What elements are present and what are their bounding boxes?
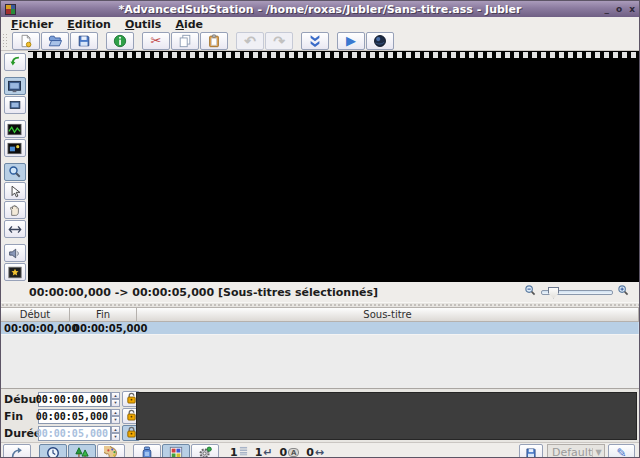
goto-subtitle-button[interactable] <box>3 444 31 458</box>
waveform-zoom-slider[interactable] <box>541 290 613 295</box>
line-count: 1 <box>230 446 248 458</box>
end-spin-down[interactable]: ▼ <box>111 416 120 424</box>
cell-start[interactable]: 00:00:00,000 <box>1 322 70 334</box>
video-small-toggle[interactable] <box>4 96 26 114</box>
duration-time-field[interactable]: 00:00:05,000 <box>38 426 111 441</box>
zoom-out-icon[interactable] <box>524 284 537 300</box>
new-file-button[interactable] <box>12 32 40 50</box>
duration-label: Durée <box>4 427 38 440</box>
titlebar[interactable]: *AdvancedSubStation - /home/roxas/Jubler… <box>1 1 639 17</box>
speaker-icon <box>8 247 21 260</box>
column-header-fin[interactable]: Fin <box>70 308 137 321</box>
menu-fichier[interactable]: Fichier <box>5 18 59 31</box>
double-chevron-down-icon <box>308 34 322 48</box>
end-spin-up[interactable]: ▲ <box>111 409 120 417</box>
attachments-toggle[interactable] <box>133 444 161 458</box>
maximize-button[interactable]: o <box>616 2 622 16</box>
column-header-soustitre[interactable]: Sous-titre <box>137 308 639 321</box>
save-style-button[interactable] <box>519 444 543 458</box>
start-spinner: ▲ ▼ <box>111 392 120 407</box>
zoom-tool-button[interactable] <box>4 163 26 181</box>
preview-button[interactable] <box>366 32 394 50</box>
show-duration-toggle[interactable] <box>39 444 67 458</box>
play-button[interactable]: ▶ <box>337 32 365 50</box>
close-button[interactable]: x <box>629 2 635 16</box>
monitor-icon <box>7 80 22 93</box>
filmstrip-sprockets <box>28 52 639 58</box>
column-header-debut[interactable]: Début <box>1 308 70 321</box>
subtitle-edit-panel: Début 00:00:00,000 ▲ ▼ Fin 00:00:05,000 … <box>1 388 639 442</box>
redo-button[interactable]: ↷ <box>265 32 293 50</box>
edit-style-button[interactable]: ✎ <box>608 444 635 458</box>
style-palette-toggle[interactable] <box>97 444 125 458</box>
select-tool-button[interactable] <box>4 182 26 200</box>
paste-icon <box>207 34 221 48</box>
color-grid-toggle[interactable] <box>162 444 190 458</box>
table-empty-area[interactable] <box>1 335 639 388</box>
paste-button[interactable] <box>200 32 228 50</box>
pencil-icon: ✎ <box>616 447 626 458</box>
window-title: *AdvancedSubStation - /home/roxas/Jubler… <box>1 3 639 16</box>
preview-eye-icon <box>373 34 387 48</box>
video-display[interactable] <box>28 51 639 282</box>
advanced-settings-toggle[interactable] <box>191 444 219 458</box>
subtitle-image-button[interactable] <box>4 263 26 281</box>
save-icon <box>77 34 91 48</box>
curved-arrow-icon <box>10 446 24 458</box>
start-spin-up[interactable]: ▲ <box>111 392 120 400</box>
subtitle-text-editor[interactable] <box>136 392 637 440</box>
monitor-small-icon <box>9 100 21 111</box>
jar-icon <box>141 446 153 458</box>
toolbar-grip[interactable] <box>2 33 9 49</box>
zoom-slider-thumb[interactable] <box>548 287 559 299</box>
bottom-toolbar: 1 1 ↵ 0 A 0 ↔ Default ▼ <box>1 442 639 458</box>
style-selector-dropdown[interactable]: Default ▼ <box>547 444 605 458</box>
start-spin-down[interactable]: ▼ <box>111 399 120 407</box>
waveform-preview-toggle[interactable] <box>4 120 26 138</box>
frame-preview-toggle[interactable] <box>4 139 26 157</box>
star-frame-icon <box>8 266 22 279</box>
copy-button[interactable] <box>171 32 199 50</box>
waveform-icon <box>7 123 22 136</box>
info-button[interactable] <box>106 32 134 50</box>
subtitle-table: Début Fin Sous-titre 00:00:00,000 00:00:… <box>1 307 639 388</box>
newline-icon: ↵ <box>263 447 272 458</box>
menu-aide[interactable]: Aide <box>169 18 209 31</box>
duration-spin-down[interactable]: ▼ <box>111 433 120 441</box>
minimize-button[interactable]: _ <box>605 2 610 16</box>
palette-icon <box>104 446 118 458</box>
frame-grab-button[interactable] <box>4 53 26 71</box>
time-status-bar: 00:00:00,000 -> 00:00:05,000 [Sous-titre… <box>1 282 639 302</box>
zoom-in-icon[interactable] <box>617 284 630 300</box>
save-file-button[interactable] <box>70 32 98 50</box>
insert-subtitle-button[interactable] <box>301 32 329 50</box>
end-time-field[interactable]: 00:00:05,000 <box>38 409 111 424</box>
gear-icon <box>198 446 212 458</box>
pan-tool-button[interactable] <box>4 201 26 219</box>
video-preview-toggle[interactable] <box>4 77 26 95</box>
cps-count: 0 ↔ <box>306 446 324 458</box>
duration-spin-up[interactable]: ▲ <box>111 426 120 434</box>
audio-preview-button[interactable] <box>4 244 26 262</box>
open-file-button[interactable] <box>41 32 69 50</box>
redo-icon: ↷ <box>273 34 285 48</box>
undo-button[interactable]: ↶ <box>236 32 264 50</box>
hand-icon <box>8 204 21 217</box>
open-folder-icon <box>48 34 62 48</box>
move-horizontal-tool-button[interactable] <box>4 220 26 238</box>
characters-icon: A <box>288 448 299 457</box>
menu-outils[interactable]: Outils <box>119 18 168 31</box>
menu-edition[interactable]: Edition <box>61 18 117 31</box>
end-spinner: ▲ ▼ <box>111 409 120 424</box>
table-row-selected[interactable]: 00:00:00,000 00:00:05,000 <box>1 322 639 335</box>
newline-count: 1 ↵ <box>255 446 273 458</box>
cell-end[interactable]: 00:00:05,000 <box>70 322 137 334</box>
cell-text[interactable] <box>137 322 639 334</box>
width-arrow-icon: ↔ <box>315 447 324 458</box>
cut-button[interactable]: ✂ <box>142 32 170 50</box>
start-time-field[interactable]: 00:00:00,000 <box>38 392 111 407</box>
app-icon[interactable] <box>5 4 16 15</box>
show-style-preview-toggle[interactable] <box>68 444 96 458</box>
lock-icon <box>126 409 137 424</box>
video-tool-sidebar <box>1 51 28 282</box>
